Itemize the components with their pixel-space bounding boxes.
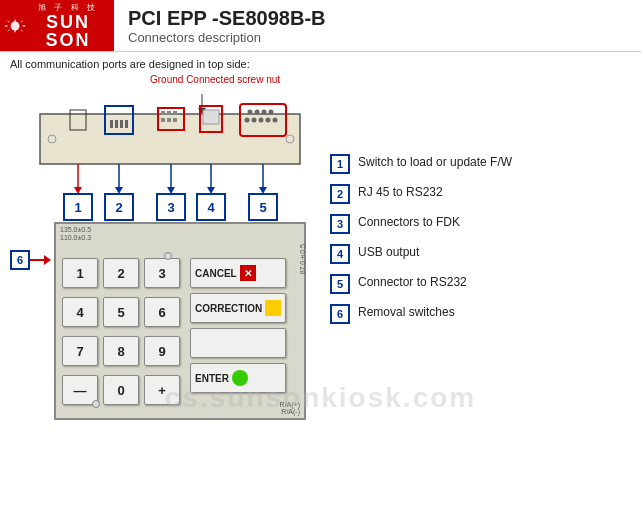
svg-rect-26 [203, 110, 219, 124]
legend-num-2: 2 [330, 184, 350, 204]
legend-item-1: 1 Switch to load or update F/W [330, 154, 631, 174]
header-subtitle: Connectors description [128, 30, 641, 45]
keypad-row-wrapper: 6 135.0±0.5 110.0±0.3 [10, 222, 320, 420]
dimension-label-right: R/A(+) R/A(-) [280, 401, 300, 416]
diagram-area: Ground Connected screw nut [10, 74, 631, 420]
header-title: PCI EPP -SE8098B-B [128, 6, 641, 30]
correction-key[interactable]: CORRECTION [190, 293, 286, 323]
key-2[interactable]: 2 [103, 258, 139, 288]
main-content: All communication ports are designed in … [0, 52, 641, 424]
svg-marker-42 [115, 187, 123, 194]
svg-text:1: 1 [74, 200, 81, 215]
svg-marker-40 [74, 187, 82, 194]
function-keys: CANCEL ✕ CORRECTION ENTER [190, 258, 286, 410]
keypad-section: Ground Connected screw nut [10, 74, 320, 420]
header: 旭 子 科 技 SUN SON PCI EPP -SE8098B-B Conne… [0, 0, 641, 52]
dimension-label-top: 135.0±0.5 110.0±0.3 [60, 226, 91, 241]
svg-marker-44 [167, 187, 175, 194]
svg-text:5: 5 [259, 200, 266, 215]
connector-6-badge: 6 [10, 250, 30, 270]
svg-line-8 [8, 29, 10, 31]
legend-num-6: 6 [330, 304, 350, 324]
connector-diagram: Ground Connected screw nut [10, 74, 320, 222]
svg-rect-21 [173, 111, 177, 115]
legend-item-2: 2 RJ 45 to RS232 [330, 184, 631, 204]
key-6[interactable]: 6 [144, 297, 180, 327]
connector-top-svg: 1 2 3 4 5 [10, 82, 320, 230]
logo-inner: 旭 子 科 技 SUN SON [30, 2, 106, 49]
legend-section: 1 Switch to load or update F/W 2 RJ 45 t… [330, 74, 631, 420]
key-row-1: 1 2 3 [62, 258, 180, 288]
enter-icon [232, 370, 248, 386]
svg-point-32 [273, 118, 278, 123]
key-9[interactable]: 9 [144, 336, 180, 366]
legend-num-1: 1 [330, 154, 350, 174]
numeric-keys: 1 2 3 4 5 6 7 8 [62, 258, 180, 410]
svg-rect-20 [167, 111, 171, 115]
blank-key[interactable] [190, 328, 286, 358]
svg-point-0 [11, 21, 20, 30]
label-6-group: 6 [10, 250, 50, 270]
dimension-side: 87.0±0.5 [299, 244, 306, 274]
key-5[interactable]: 5 [103, 297, 139, 327]
svg-rect-17 [125, 120, 128, 128]
svg-point-36 [269, 110, 274, 115]
svg-marker-48 [259, 187, 267, 194]
svg-line-6 [21, 29, 23, 31]
key-row-4: — 0 + [62, 375, 180, 405]
legend-text-5: Connector to RS232 [358, 274, 467, 289]
svg-point-28 [245, 118, 250, 123]
correction-icon [265, 300, 281, 316]
svg-line-7 [21, 20, 23, 22]
svg-point-34 [255, 110, 260, 115]
svg-text:3: 3 [167, 200, 174, 215]
svg-rect-14 [110, 120, 113, 128]
legend-text-6: Removal switches [358, 304, 455, 319]
enter-key[interactable]: ENTER [190, 363, 286, 393]
key-3[interactable]: 3 [144, 258, 180, 288]
svg-point-29 [252, 118, 257, 123]
arrow-6-head [44, 255, 51, 265]
svg-marker-46 [207, 187, 215, 194]
svg-rect-16 [120, 120, 123, 128]
cancel-label: CANCEL [195, 268, 237, 279]
svg-line-5 [8, 20, 10, 22]
svg-rect-22 [161, 118, 165, 122]
svg-rect-15 [115, 120, 118, 128]
keypad-indicator [164, 252, 172, 260]
legend-num-4: 4 [330, 244, 350, 264]
sun-logo-icon [4, 17, 26, 35]
keypad-indicator-2 [92, 400, 100, 408]
key-7[interactable]: 7 [62, 336, 98, 366]
svg-rect-23 [167, 118, 171, 122]
svg-point-31 [266, 118, 271, 123]
svg-text:4: 4 [207, 200, 215, 215]
keypad-container: 135.0±0.5 110.0±0.3 1 2 3 [54, 222, 306, 420]
legend-text-2: RJ 45 to RS232 [358, 184, 443, 199]
legend-text-4: USB output [358, 244, 419, 259]
arrow-6-line [30, 259, 50, 261]
key-0[interactable]: 0 [103, 375, 139, 405]
logo-box: 旭 子 科 技 SUN SON [0, 0, 110, 51]
svg-point-33 [248, 110, 253, 115]
key-1[interactable]: 1 [62, 258, 98, 288]
svg-point-35 [262, 110, 267, 115]
legend-item-3: 3 Connectors to FDK [330, 214, 631, 234]
key-row-3: 7 8 9 [62, 336, 180, 366]
enter-label: ENTER [195, 373, 229, 384]
legend-text-1: Switch to load or update F/W [358, 154, 512, 169]
svg-text:2: 2 [115, 200, 122, 215]
legend-num-5: 5 [330, 274, 350, 294]
description-text: All communication ports are designed in … [10, 58, 631, 70]
key-4[interactable]: 4 [62, 297, 98, 327]
cancel-key[interactable]: CANCEL ✕ [190, 258, 286, 288]
logo-text: SUN SON [30, 13, 106, 49]
svg-rect-24 [173, 118, 177, 122]
legend-text-3: Connectors to FDK [358, 214, 460, 229]
header-text: PCI EPP -SE8098B-B Connectors descriptio… [110, 0, 641, 51]
keypad-keys-area: 1 2 3 4 5 6 7 8 [62, 258, 298, 410]
cancel-icon: ✕ [240, 265, 256, 281]
key-8[interactable]: 8 [103, 336, 139, 366]
svg-point-30 [259, 118, 264, 123]
key-plus[interactable]: + [144, 375, 180, 405]
